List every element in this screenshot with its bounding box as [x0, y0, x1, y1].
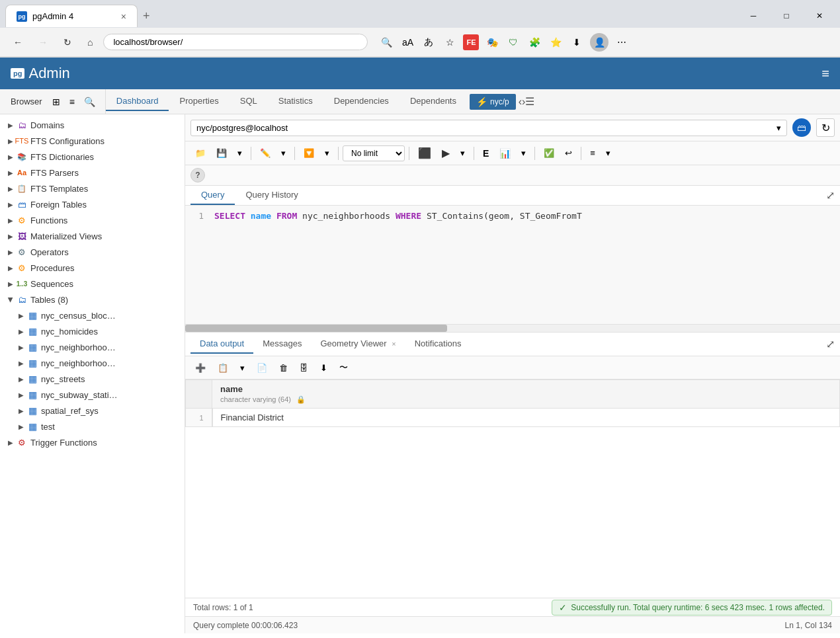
sidebar-item-nyc-neighborhoods2[interactable]: ▶ ▦ nyc_neighborhoo… [0, 355, 185, 371]
tab-query-history[interactable]: Query History [235, 186, 308, 205]
run-btn[interactable]: ▶ [437, 144, 454, 162]
explain-dropdown-btn[interactable]: ▾ [517, 145, 530, 161]
puzzle-icon[interactable]: 🧩 [526, 34, 542, 50]
sidebar-item-nyc-homicides[interactable]: ▶ ▦ nyc_homicides [0, 323, 185, 339]
delete-row-btn[interactable]: 🗑 [274, 360, 292, 376]
copy-btn[interactable]: 📋 [213, 360, 233, 376]
sidebar-item-domains[interactable]: ▶ 🗂 Domains [0, 117, 185, 133]
new-tab-button[interactable]: + [138, 7, 155, 26]
reload-button[interactable]: ↻ [58, 34, 77, 50]
grid-view-btn[interactable]: ⊞ [48, 94, 65, 110]
sidebar-item-procedures[interactable]: ▶ ⚙ Procedures [0, 260, 185, 276]
tab-data-output[interactable]: Data output [190, 335, 253, 354]
connection-select[interactable]: nyc/postgres@localhost ▾ [190, 120, 787, 136]
geometry-viewer-close[interactable]: × [392, 340, 396, 348]
macros-dropdown-btn[interactable]: ▾ [601, 145, 615, 161]
search-btn[interactable]: 🔍 [79, 94, 100, 110]
paste-btn[interactable]: 📄 [252, 360, 272, 376]
tab-geometry-viewer[interactable]: Geometry Viewer × [311, 335, 405, 354]
sidebar-item-fts-templates[interactable]: ▶ 📋 FTS Templates [0, 180, 185, 196]
tab-sql[interactable]: SQL [230, 92, 268, 111]
search-icon[interactable]: 🔍 [378, 34, 394, 50]
profile-icon[interactable]: 👤 [590, 33, 609, 52]
sidebar-item-trigger-functions[interactable]: ▶ ⚙ Trigger Functions [0, 434, 185, 450]
commit-btn[interactable]: ✅ [539, 145, 559, 161]
sidebar-item-functions[interactable]: ▶ ⚙ Functions [0, 212, 185, 228]
home-button[interactable]: ⌂ [82, 34, 98, 50]
aa-icon[interactable]: aA [399, 34, 415, 50]
sidebar-item-materialized-views[interactable]: ▶ 🖼 Materialized Views [0, 228, 185, 244]
extension2-icon[interactable]: 🎭 [484, 34, 500, 50]
settings-icon[interactable]: ⋯ [614, 34, 630, 50]
tab-close-btn[interactable]: × [121, 11, 126, 22]
filter-rows-btn[interactable]: 🗄 [295, 360, 313, 376]
add-row-btn[interactable]: ➕ [190, 360, 210, 376]
shield-icon[interactable]: 🛡 [505, 34, 521, 50]
chevron-icon: ▶ [5, 264, 16, 272]
favorites-icon[interactable]: ☆ [442, 34, 458, 50]
filter-btn[interactable]: 🔽 [299, 145, 319, 161]
download-icon[interactable]: ⬇ [569, 34, 585, 50]
tab-active[interactable]: ⚡ nyc/p [470, 94, 516, 110]
edit-dropdown-btn[interactable]: ▾ [276, 145, 290, 161]
tab-statistics[interactable]: Statistics [268, 92, 323, 111]
chart-btn[interactable]: 〜 [335, 359, 353, 376]
rollback-btn[interactable]: ↩ [560, 145, 577, 161]
editor-scrollbar[interactable] [185, 325, 840, 333]
download-btn[interactable]: ⬇ [315, 360, 332, 376]
tab-dependents[interactable]: Dependents [399, 92, 467, 111]
open-file-btn[interactable]: 📁 [190, 145, 210, 161]
tab-overflow-btn[interactable]: ☰ [525, 95, 534, 108]
maximize-button[interactable]: □ [771, 5, 802, 26]
limit-select[interactable]: No limit 100 rows 500 rows 1000 rows [343, 145, 405, 161]
copy-dropdown-btn[interactable]: ▾ [235, 360, 249, 376]
sql-editor[interactable]: 1 SELECT name FROM nyc_neighborhoods WHE… [185, 206, 840, 325]
results-expand-btn[interactable]: ⤢ [826, 338, 835, 350]
tab-dashboard[interactable]: Dashboard [106, 92, 169, 111]
extension1-icon[interactable]: FE [463, 34, 479, 50]
sidebar-item-nyc-census[interactable]: ▶ ▦ nyc_census_bloc… [0, 307, 185, 323]
edit-btn[interactable]: ✏️ [255, 145, 275, 161]
sidebar-item-nyc-neighborhoods1[interactable]: ▶ ▦ nyc_neighborhoo… [0, 339, 185, 355]
forward-button[interactable]: → [33, 34, 53, 50]
sidebar-item-fts-dict[interactable]: ▶ 📚 FTS Dictionaries [0, 149, 185, 165]
help-btn[interactable]: ? [190, 168, 205, 182]
sidebar-item-nyc-streets[interactable]: ▶ ▦ nyc_streets [0, 371, 185, 387]
sidebar-item-nyc-subway[interactable]: ▶ ▦ nyc_subway_stati… [0, 387, 185, 403]
tab-messages[interactable]: Messages [253, 335, 311, 354]
filter-dropdown-btn[interactable]: ▾ [320, 145, 334, 161]
browser-tab-pgadmin[interactable]: pg pgAdmin 4 × [5, 5, 138, 27]
query-expand-btn[interactable]: ⤢ [826, 189, 835, 202]
tab-properties[interactable]: Properties [169, 92, 229, 111]
minimize-button[interactable]: ─ [738, 5, 769, 26]
query-complete-bar: Query complete 00:00:06.423 Ln 1, Col 13… [185, 616, 840, 633]
sidebar-item-spatial-ref[interactable]: ▶ ▦ spatial_ref_sys [0, 403, 185, 419]
sidebar-item-tables[interactable]: ▶ 🗂 Tables (8) [0, 292, 185, 307]
refresh-btn[interactable]: ↻ [816, 118, 835, 137]
tab-dependencies[interactable]: Dependencies [323, 92, 399, 111]
db-icon[interactable]: 🗃 [792, 118, 811, 137]
collections-icon[interactable]: ⭐ [548, 34, 564, 50]
detail-view-btn[interactable]: ≡ [65, 94, 79, 110]
translate-icon[interactable]: あ [421, 34, 437, 50]
close-button[interactable]: ✕ [804, 5, 835, 26]
sidebar-item-test[interactable]: ▶ ▦ test [0, 419, 185, 434]
sidebar-item-fts-parsers[interactable]: ▶ Aa FTS Parsers [0, 165, 185, 180]
sidebar-item-operators[interactable]: ▶ ⚙ Operators [0, 244, 185, 260]
save-btn[interactable]: 💾 [212, 145, 231, 161]
tab-query[interactable]: Query [190, 186, 235, 205]
explain-analyze-btn[interactable]: 📊 [495, 145, 515, 161]
run-dropdown-btn[interactable]: ▾ [456, 145, 470, 161]
sidebar-item-fts-config[interactable]: ▶ FTS FTS Configurations [0, 133, 185, 149]
stop-btn[interactable]: ⬛ [413, 144, 436, 162]
tab-notifications[interactable]: Notifications [405, 335, 471, 354]
back-button[interactable]: ← [8, 34, 28, 50]
sidebar-item-label: FTS Parsers [30, 168, 79, 178]
address-input[interactable] [103, 34, 368, 50]
explain-btn[interactable]: E [478, 145, 493, 161]
save-dropdown-btn[interactable]: ▾ [233, 145, 247, 161]
menu-icon[interactable]: ≡ [821, 66, 829, 81]
macros-btn[interactable]: ≡ [585, 145, 600, 161]
sidebar-item-foreign-tables[interactable]: ▶ 🗃 Foreign Tables [0, 196, 185, 212]
sidebar-item-sequences[interactable]: ▶ 1..3 Sequences [0, 276, 185, 292]
